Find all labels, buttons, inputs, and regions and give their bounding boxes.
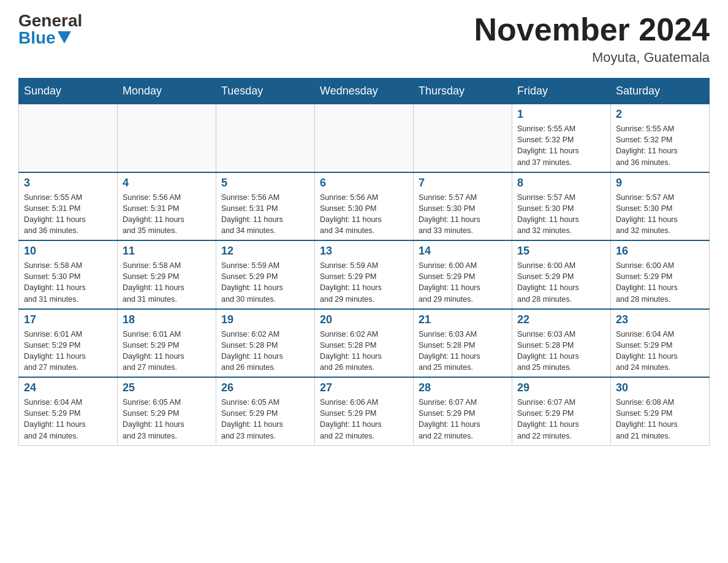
calendar-cell bbox=[19, 104, 118, 172]
day-info: Sunrise: 5:57 AMSunset: 5:30 PMDaylight:… bbox=[517, 192, 605, 237]
day-info: Sunrise: 6:08 AMSunset: 5:29 PMDaylight:… bbox=[616, 397, 704, 442]
calendar-cell: 21Sunrise: 6:03 AMSunset: 5:28 PMDayligh… bbox=[414, 309, 512, 378]
day-info: Sunrise: 5:57 AMSunset: 5:30 PMDaylight:… bbox=[419, 192, 507, 237]
location-text: Moyuta, Guatemala bbox=[474, 50, 710, 66]
day-info: Sunrise: 6:02 AMSunset: 5:28 PMDaylight:… bbox=[221, 329, 309, 373]
day-number: 21 bbox=[419, 313, 507, 326]
calendar-cell: 2Sunrise: 5:55 AMSunset: 5:32 PMDaylight… bbox=[611, 104, 710, 172]
day-number: 1 bbox=[517, 108, 605, 121]
day-info: Sunrise: 5:55 AMSunset: 5:32 PMDaylight:… bbox=[517, 123, 605, 168]
day-number: 10 bbox=[24, 245, 112, 258]
calendar-header-row: SundayMondayTuesdayWednesdayThursdayFrid… bbox=[19, 79, 710, 104]
day-number: 25 bbox=[123, 381, 211, 394]
calendar-cell bbox=[315, 104, 414, 172]
calendar-cell: 1Sunrise: 5:55 AMSunset: 5:32 PMDaylight… bbox=[512, 104, 611, 172]
logo-general-text: General bbox=[18, 12, 82, 29]
calendar-cell: 28Sunrise: 6:07 AMSunset: 5:29 PMDayligh… bbox=[414, 377, 512, 445]
day-number: 23 bbox=[616, 313, 704, 326]
day-info: Sunrise: 6:00 AMSunset: 5:29 PMDaylight:… bbox=[517, 260, 605, 305]
calendar-cell: 26Sunrise: 6:05 AMSunset: 5:29 PMDayligh… bbox=[216, 377, 315, 445]
day-info: Sunrise: 6:03 AMSunset: 5:28 PMDaylight:… bbox=[419, 329, 507, 373]
day-of-week-header: Saturday bbox=[611, 79, 710, 104]
calendar-cell: 7Sunrise: 5:57 AMSunset: 5:30 PMDaylight… bbox=[414, 172, 512, 241]
logo-blue-text: Blue bbox=[18, 29, 71, 47]
day-info: Sunrise: 5:56 AMSunset: 5:31 PMDaylight:… bbox=[123, 192, 211, 237]
calendar-cell: 5Sunrise: 5:56 AMSunset: 5:31 PMDaylight… bbox=[216, 172, 315, 241]
calendar-cell: 11Sunrise: 5:58 AMSunset: 5:29 PMDayligh… bbox=[118, 240, 216, 309]
day-number: 8 bbox=[517, 177, 605, 190]
calendar-cell: 30Sunrise: 6:08 AMSunset: 5:29 PMDayligh… bbox=[611, 377, 710, 445]
calendar-week-row: 3Sunrise: 5:55 AMSunset: 5:31 PMDaylight… bbox=[19, 172, 710, 241]
calendar-cell bbox=[216, 104, 315, 172]
day-info: Sunrise: 6:04 AMSunset: 5:29 PMDaylight:… bbox=[616, 329, 704, 373]
day-info: Sunrise: 5:56 AMSunset: 5:31 PMDaylight:… bbox=[221, 192, 309, 237]
calendar-cell: 14Sunrise: 6:00 AMSunset: 5:29 PMDayligh… bbox=[414, 240, 512, 309]
calendar-week-row: 1Sunrise: 5:55 AMSunset: 5:32 PMDaylight… bbox=[19, 104, 710, 172]
calendar-cell: 25Sunrise: 6:05 AMSunset: 5:29 PMDayligh… bbox=[118, 377, 216, 445]
calendar-table: SundayMondayTuesdayWednesdayThursdayFrid… bbox=[18, 78, 710, 446]
day-info: Sunrise: 6:00 AMSunset: 5:29 PMDaylight:… bbox=[419, 260, 507, 305]
day-number: 5 bbox=[221, 177, 309, 190]
day-number: 9 bbox=[616, 177, 704, 190]
day-info: Sunrise: 5:58 AMSunset: 5:29 PMDaylight:… bbox=[123, 260, 211, 305]
calendar-cell: 18Sunrise: 6:01 AMSunset: 5:29 PMDayligh… bbox=[118, 309, 216, 378]
day-number: 19 bbox=[221, 313, 309, 326]
calendar-cell: 3Sunrise: 5:55 AMSunset: 5:31 PMDaylight… bbox=[19, 172, 118, 241]
day-number: 22 bbox=[517, 313, 605, 326]
day-info: Sunrise: 6:05 AMSunset: 5:29 PMDaylight:… bbox=[221, 397, 309, 442]
calendar-cell: 8Sunrise: 5:57 AMSunset: 5:30 PMDaylight… bbox=[512, 172, 611, 241]
day-of-week-header: Wednesday bbox=[315, 79, 414, 104]
day-of-week-header: Sunday bbox=[19, 79, 118, 104]
day-info: Sunrise: 6:05 AMSunset: 5:29 PMDaylight:… bbox=[123, 397, 211, 442]
day-number: 29 bbox=[517, 381, 605, 394]
page-header: General Blue November 2024 Moyuta, Guate… bbox=[18, 12, 710, 66]
day-info: Sunrise: 5:55 AMSunset: 5:32 PMDaylight:… bbox=[616, 123, 704, 168]
day-number: 20 bbox=[320, 313, 408, 326]
calendar-cell: 17Sunrise: 6:01 AMSunset: 5:29 PMDayligh… bbox=[19, 309, 118, 378]
calendar-week-row: 17Sunrise: 6:01 AMSunset: 5:29 PMDayligh… bbox=[19, 309, 710, 378]
calendar-cell: 13Sunrise: 5:59 AMSunset: 5:29 PMDayligh… bbox=[315, 240, 414, 309]
calendar-cell bbox=[118, 104, 216, 172]
day-number: 13 bbox=[320, 245, 408, 258]
day-number: 26 bbox=[221, 381, 309, 394]
day-of-week-header: Tuesday bbox=[216, 79, 315, 104]
logo: General Blue bbox=[18, 12, 82, 47]
day-number: 14 bbox=[419, 245, 507, 258]
calendar-cell: 16Sunrise: 6:00 AMSunset: 5:29 PMDayligh… bbox=[611, 240, 710, 309]
day-info: Sunrise: 6:00 AMSunset: 5:29 PMDaylight:… bbox=[616, 260, 704, 305]
day-info: Sunrise: 6:02 AMSunset: 5:28 PMDaylight:… bbox=[320, 329, 408, 373]
day-of-week-header: Monday bbox=[118, 79, 216, 104]
day-info: Sunrise: 5:56 AMSunset: 5:30 PMDaylight:… bbox=[320, 192, 408, 237]
day-info: Sunrise: 6:04 AMSunset: 5:29 PMDaylight:… bbox=[24, 397, 112, 442]
calendar-cell: 4Sunrise: 5:56 AMSunset: 5:31 PMDaylight… bbox=[118, 172, 216, 241]
day-info: Sunrise: 6:01 AMSunset: 5:29 PMDaylight:… bbox=[123, 329, 211, 373]
day-number: 7 bbox=[419, 177, 507, 190]
day-info: Sunrise: 6:07 AMSunset: 5:29 PMDaylight:… bbox=[517, 397, 605, 442]
calendar-cell: 24Sunrise: 6:04 AMSunset: 5:29 PMDayligh… bbox=[19, 377, 118, 445]
month-title: November 2024 bbox=[474, 12, 710, 47]
day-number: 12 bbox=[221, 245, 309, 258]
svg-marker-0 bbox=[58, 31, 71, 44]
calendar-cell: 19Sunrise: 6:02 AMSunset: 5:28 PMDayligh… bbox=[216, 309, 315, 378]
day-info: Sunrise: 6:06 AMSunset: 5:29 PMDaylight:… bbox=[320, 397, 408, 442]
day-number: 28 bbox=[419, 381, 507, 394]
day-number: 11 bbox=[123, 245, 211, 258]
day-number: 15 bbox=[517, 245, 605, 258]
day-number: 4 bbox=[123, 177, 211, 190]
day-number: 17 bbox=[24, 313, 112, 326]
title-section: November 2024 Moyuta, Guatemala bbox=[474, 12, 710, 66]
day-info: Sunrise: 5:58 AMSunset: 5:30 PMDaylight:… bbox=[24, 260, 112, 305]
day-number: 16 bbox=[616, 245, 704, 258]
calendar-cell: 22Sunrise: 6:03 AMSunset: 5:28 PMDayligh… bbox=[512, 309, 611, 378]
day-info: Sunrise: 5:55 AMSunset: 5:31 PMDaylight:… bbox=[24, 192, 112, 237]
day-number: 3 bbox=[24, 177, 112, 190]
day-info: Sunrise: 6:07 AMSunset: 5:29 PMDaylight:… bbox=[419, 397, 507, 442]
calendar-cell: 12Sunrise: 5:59 AMSunset: 5:29 PMDayligh… bbox=[216, 240, 315, 309]
calendar-cell: 6Sunrise: 5:56 AMSunset: 5:30 PMDaylight… bbox=[315, 172, 414, 241]
day-number: 27 bbox=[320, 381, 408, 394]
calendar-cell: 9Sunrise: 5:57 AMSunset: 5:30 PMDaylight… bbox=[611, 172, 710, 241]
day-number: 6 bbox=[320, 177, 408, 190]
day-of-week-header: Friday bbox=[512, 79, 611, 104]
calendar-cell: 27Sunrise: 6:06 AMSunset: 5:29 PMDayligh… bbox=[315, 377, 414, 445]
calendar-cell: 23Sunrise: 6:04 AMSunset: 5:29 PMDayligh… bbox=[611, 309, 710, 378]
